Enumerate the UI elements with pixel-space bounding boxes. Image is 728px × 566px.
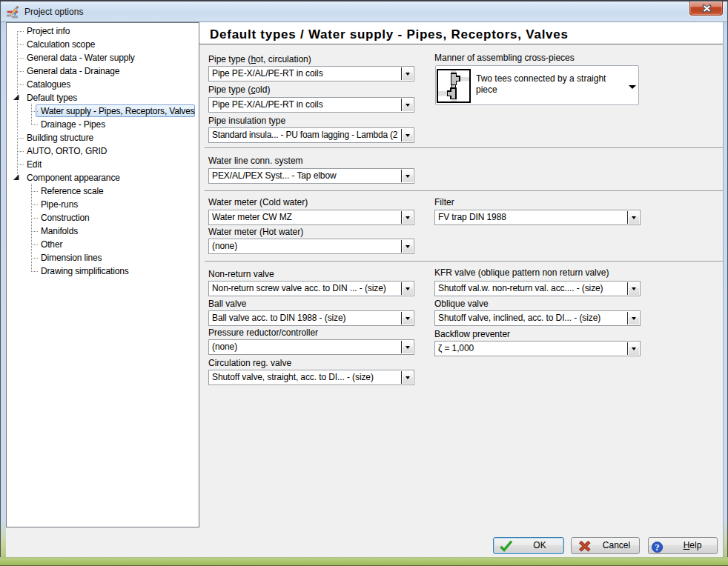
svg-text:?: ? <box>655 542 660 553</box>
